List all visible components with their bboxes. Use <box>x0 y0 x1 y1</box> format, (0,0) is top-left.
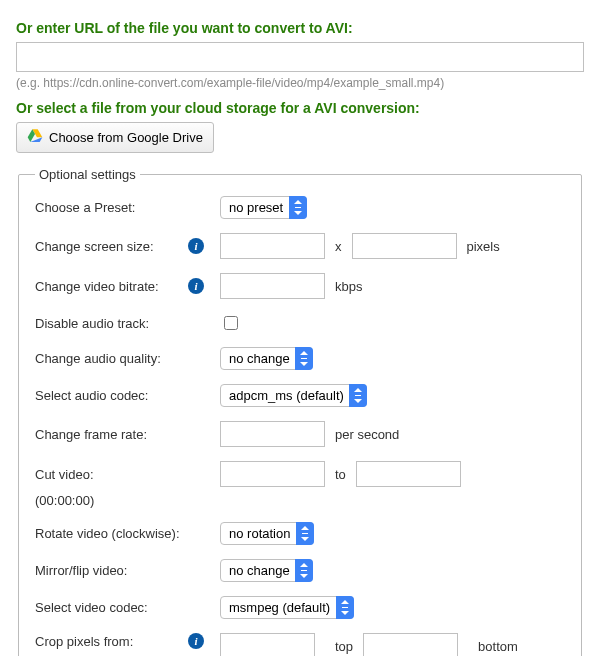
screen-size-label: Change screen size: <box>35 239 154 254</box>
cut-sep: to <box>335 467 346 482</box>
audio-codec-select[interactable]: adpcm_ms (default) <box>220 384 367 407</box>
google-drive-label: Choose from Google Drive <box>49 130 203 145</box>
cloud-heading: Or select a file from your cloud storage… <box>16 100 584 116</box>
preset-select[interactable]: no preset <box>220 196 307 219</box>
info-icon[interactable]: i <box>188 238 204 254</box>
audio-codec-label: Select audio codec: <box>35 388 148 403</box>
choose-google-drive-button[interactable]: Choose from Google Drive <box>16 122 214 153</box>
google-drive-icon <box>27 128 43 147</box>
audio-quality-label: Change audio quality: <box>35 351 161 366</box>
rotate-label: Rotate video (clockwise): <box>35 526 180 541</box>
crop-bottom-label: bottom <box>478 639 518 654</box>
crop-top-input[interactable] <box>220 633 315 656</box>
audio-quality-select[interactable]: no change <box>220 347 313 370</box>
video-codec-label: Select video codec: <box>35 600 148 615</box>
frame-rate-unit: per second <box>335 427 399 442</box>
optional-settings-legend: Optional settings <box>35 167 140 182</box>
rotate-select[interactable]: no rotation <box>220 522 314 545</box>
cut-video-hint: (00:00:00) <box>35 493 565 508</box>
screen-size-sep: x <box>335 239 342 254</box>
video-codec-select[interactable]: msmpeg (default) <box>220 596 354 619</box>
video-bitrate-label: Change video bitrate: <box>35 279 159 294</box>
info-icon[interactable]: i <box>188 633 204 649</box>
url-input[interactable] <box>16 42 584 72</box>
disable-audio-label: Disable audio track: <box>35 316 149 331</box>
cut-video-label: Cut video: <box>35 467 94 482</box>
mirror-label: Mirror/flip video: <box>35 563 127 578</box>
screen-height-input[interactable] <box>352 233 457 259</box>
cut-to-input[interactable] <box>356 461 461 487</box>
url-example: (e.g. https://cdn.online-convert.com/exa… <box>16 76 584 90</box>
crop-label: Crop pixels from: <box>35 634 133 649</box>
mirror-select[interactable]: no change <box>220 559 313 582</box>
video-bitrate-input[interactable] <box>220 273 325 299</box>
optional-settings-fieldset: Optional settings Choose a Preset: no pr… <box>18 167 582 656</box>
url-heading: Or enter URL of the file you want to con… <box>16 20 584 36</box>
video-bitrate-unit: kbps <box>335 279 362 294</box>
disable-audio-checkbox[interactable] <box>224 316 238 330</box>
cut-from-input[interactable] <box>220 461 325 487</box>
frame-rate-input[interactable] <box>220 421 325 447</box>
preset-label: Choose a Preset: <box>35 200 135 215</box>
screen-width-input[interactable] <box>220 233 325 259</box>
info-icon[interactable]: i <box>188 278 204 294</box>
crop-bottom-input[interactable] <box>363 633 458 656</box>
screen-size-unit: pixels <box>467 239 500 254</box>
crop-top-label: top <box>335 639 353 654</box>
frame-rate-label: Change frame rate: <box>35 427 147 442</box>
